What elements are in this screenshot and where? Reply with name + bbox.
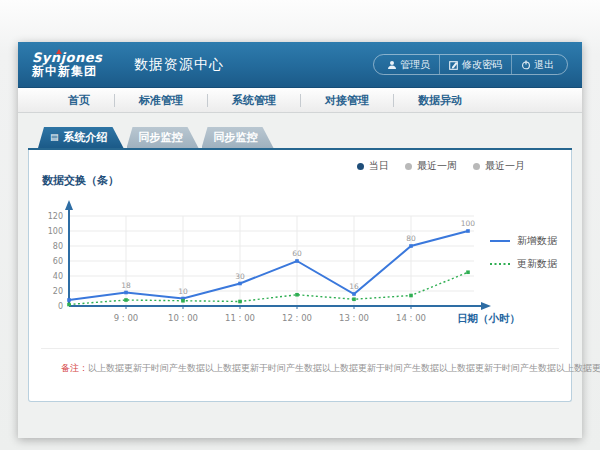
- legend-item-2[interactable]: 更新数据: [489, 257, 557, 271]
- user-toolbar: 管理员 修改密码 退出: [373, 54, 568, 75]
- radio-dot-icon: [405, 163, 412, 170]
- logout-button[interactable]: 退出: [511, 55, 563, 74]
- footer-note: 备注：以上数据更新于时间产生数据以上数据更新于时间产生数据以上数据更新于时间产生…: [61, 362, 600, 375]
- user-button[interactable]: 管理员: [378, 55, 439, 74]
- radio-dot-icon: [473, 163, 480, 170]
- content-area: ▤系统介绍同步监控同步监控 当日最近一周最近一月 数据交换（条） 0204060…: [18, 113, 582, 402]
- y-axis-title: 数据交换（条）: [42, 173, 119, 188]
- svg-text:11 : 00: 11 : 00: [225, 313, 255, 323]
- logout-label: 退出: [534, 58, 554, 72]
- svg-text:12 : 00: 12 : 00: [282, 313, 312, 323]
- legend-line-sample-icon: [489, 237, 511, 245]
- nav-item-4[interactable]: 对接管理: [301, 93, 393, 108]
- legend-label: 更新数据: [517, 257, 557, 271]
- svg-text:9 : 00: 9 : 00: [114, 313, 139, 323]
- svg-text:120: 120: [48, 212, 63, 221]
- tab-label: 同步监控: [139, 127, 183, 148]
- tab-bar: ▤系统介绍同步监控同步监控: [28, 127, 572, 150]
- svg-text:60: 60: [292, 249, 302, 258]
- footer-note-text: 以上数据更新于时间产生数据以上数据更新于时间产生数据以上数据更新于时间产生数据以…: [88, 363, 600, 373]
- nav-item-2[interactable]: 标准管理: [115, 93, 207, 108]
- range-option-label: 最近一周: [417, 159, 457, 173]
- note-divider: [41, 348, 559, 349]
- legend-item-1[interactable]: 新增数据: [489, 234, 557, 248]
- range-option-2[interactable]: 最近一周: [405, 159, 457, 173]
- svg-text:30: 30: [235, 272, 245, 281]
- change-password-label: 修改密码: [462, 58, 502, 72]
- svg-text:日期（小时）: 日期（小时）: [457, 312, 520, 325]
- main-nav: 首页标准管理系统管理对接管理数据异动: [18, 88, 582, 113]
- svg-text:80: 80: [53, 242, 63, 251]
- range-option-3[interactable]: 最近一月: [473, 159, 525, 173]
- radio-dot-icon: [357, 163, 364, 170]
- series-legend: 新增数据更新数据: [489, 234, 557, 271]
- svg-text:10 : 00: 10 : 00: [168, 313, 198, 323]
- edit-icon: [449, 60, 459, 70]
- company-logo: Synjones 新中新集团: [32, 51, 118, 77]
- time-range-selector: 当日最近一周最近一月: [357, 159, 525, 173]
- svg-text:80: 80: [406, 234, 416, 243]
- svg-text:60: 60: [53, 257, 63, 266]
- svg-text:20: 20: [53, 287, 63, 296]
- footer-note-prefix: 备注：: [61, 363, 88, 373]
- tab-label: 同步监控: [214, 127, 258, 148]
- legend-label: 新增数据: [517, 234, 557, 248]
- svg-text:10: 10: [178, 287, 188, 296]
- svg-text:13 : 00: 13 : 00: [339, 313, 369, 323]
- svg-text:18: 18: [121, 281, 131, 290]
- svg-text:100: 100: [461, 219, 476, 228]
- user-icon: [387, 60, 397, 70]
- document-icon: ▤: [50, 133, 59, 142]
- line-chart-svg: 0204060801001209 : 0010 : 0011 : 0012 : …: [29, 194, 534, 339]
- legend-line-sample-icon: [489, 260, 511, 268]
- nav-item-3[interactable]: 系统管理: [208, 93, 300, 108]
- svg-text:16: 16: [349, 282, 359, 291]
- range-option-1[interactable]: 当日: [357, 159, 389, 173]
- svg-text:0: 0: [58, 302, 63, 311]
- svg-text:14 : 00: 14 : 00: [396, 313, 426, 323]
- line-chart: 0204060801001209 : 0010 : 0011 : 0012 : …: [29, 194, 534, 343]
- page-title: 数据资源中心: [134, 56, 224, 74]
- svg-text:40: 40: [53, 272, 63, 281]
- nav-item-5[interactable]: 数据异动: [394, 93, 486, 108]
- tab-1[interactable]: ▤系统介绍: [38, 127, 124, 148]
- user-label: 管理员: [400, 58, 430, 72]
- tab-3[interactable]: 同步监控: [202, 127, 274, 148]
- app-header: Synjones 新中新集团 数据资源中心 管理员 修改密码: [18, 42, 582, 88]
- logo-flag-icon: [56, 49, 62, 54]
- power-icon: [521, 60, 531, 70]
- logo-brand: Synjones: [32, 51, 118, 65]
- range-option-label: 最近一月: [485, 159, 525, 173]
- logo-company: 新中新集团: [32, 65, 118, 78]
- change-password-button[interactable]: 修改密码: [439, 55, 511, 74]
- nav-item-1[interactable]: 首页: [44, 93, 114, 108]
- tab-2[interactable]: 同步监控: [127, 127, 199, 148]
- app-window: Synjones 新中新集团 数据资源中心 管理员 修改密码: [18, 42, 582, 438]
- tab-label: 系统介绍: [64, 127, 108, 148]
- svg-text:100: 100: [48, 227, 63, 236]
- chart-panel: 当日最近一周最近一月 数据交换（条） 0204060801001209 : 00…: [28, 150, 572, 402]
- range-option-label: 当日: [369, 159, 389, 173]
